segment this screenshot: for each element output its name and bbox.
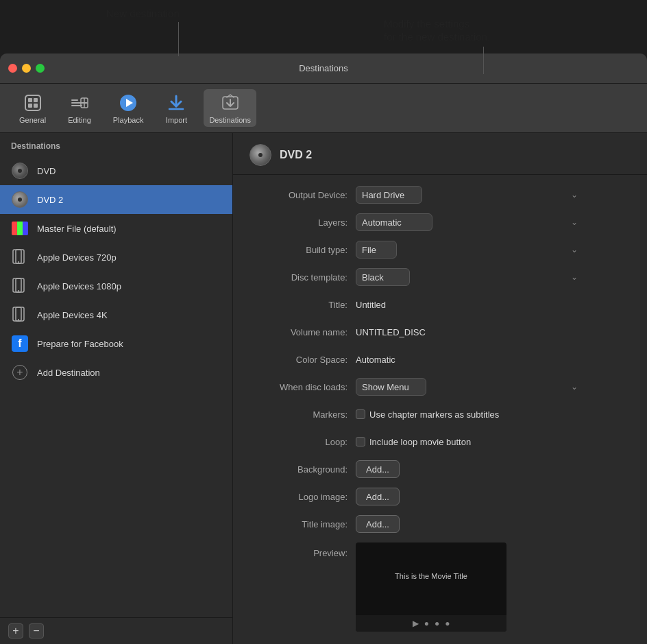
loop-checkbox[interactable] [356, 437, 365, 446]
import-label: Import [166, 116, 187, 124]
preview-content: This is the Movie Title [356, 542, 506, 615]
logo-image-label: Logo image: [249, 492, 356, 502]
sidebar-item-dvd2[interactable]: DVD 2 [0, 185, 232, 214]
toolbar-item-general[interactable]: General [14, 89, 51, 127]
output-device-wrapper: Hard Drive DVD Drive File [356, 186, 582, 204]
titlebar: Destinations [0, 53, 647, 84]
volume-name-row: Volume name: UNTITLED_DISC [249, 323, 631, 341]
output-device-label: Output Device: [249, 190, 356, 200]
device1080-icon [11, 277, 29, 295]
preview-dot1: ● [424, 619, 429, 628]
when-disc-loads-row: When disc loads: Show Menu Play Movie [249, 378, 631, 396]
title-image-label: Title image: [249, 519, 356, 529]
layers-label: Layers: [249, 217, 356, 228]
svg-rect-6 [71, 102, 88, 104]
general-icon [22, 92, 44, 114]
markers-checkbox[interactable] [356, 409, 365, 419]
form-area: Output Device: Hard Drive DVD Drive File… [233, 175, 647, 644]
annotation-line-new-dest [178, 22, 179, 56]
sidebar-header: Destinations [0, 133, 232, 156]
detail-header: DVD 2 [233, 133, 647, 175]
traffic-lights [8, 64, 45, 73]
layers-wrapper: Automatic Single Layer Double Layer [356, 213, 582, 231]
toolbar-item-editing[interactable]: Editing [62, 89, 97, 127]
sidebar-item-apple4k[interactable]: Apple Devices 4K [0, 300, 232, 329]
sidebar-item-apple720[interactable]: Apple Devices 720p [0, 243, 232, 272]
layers-row: Layers: Automatic Single Layer Double La… [249, 213, 631, 231]
svg-point-21 [18, 319, 19, 320]
preview-dot2: ● [435, 619, 439, 628]
editing-label: Editing [68, 116, 91, 124]
logo-image-add-button[interactable]: Add... [356, 488, 400, 505]
layers-select[interactable]: Automatic Single Layer Double Layer [356, 213, 432, 231]
markers-checkbox-row: Use chapter markers as subtitles [356, 409, 499, 420]
preview-label: Preview: [249, 542, 356, 558]
output-device-select[interactable]: Hard Drive DVD Drive File [356, 186, 422, 204]
sidebar-item-master-label: Master File (default) [37, 224, 117, 234]
output-device-row: Output Device: Hard Drive DVD Drive File [249, 186, 631, 204]
remove-destination-button[interactable]: − [29, 623, 44, 639]
build-type-wrapper: File Disc [356, 241, 582, 259]
volume-name-label: Volume name: [249, 327, 356, 337]
device720-icon [11, 248, 29, 266]
when-disc-loads-wrapper: Show Menu Play Movie [356, 378, 582, 396]
markers-checkbox-label: Use chapter markers as subtitles [369, 409, 499, 420]
svg-point-15 [18, 261, 19, 263]
build-type-select[interactable]: File Disc [356, 241, 397, 259]
main-window: Destinations General [0, 53, 647, 644]
dvd2-icon [11, 191, 29, 208]
preview-play-icon[interactable]: ▶ [413, 619, 419, 628]
destinations-label: Destinations [209, 116, 251, 124]
color-space-label: Color Space: [249, 355, 356, 365]
dvd-icon [11, 162, 29, 180]
import-icon [165, 92, 187, 114]
build-type-row: Build type: File Disc [249, 241, 631, 259]
svg-rect-4 [34, 104, 38, 108]
toolbar-item-import[interactable]: Import [160, 89, 193, 127]
detail-title: DVD 2 [280, 149, 312, 161]
title-value: Untitled [356, 300, 386, 310]
title-row: Title: Untitled [249, 296, 631, 313]
sidebar-item-apple1080-label: Apple Devices 1080p [37, 281, 121, 291]
svg-rect-5 [71, 99, 78, 101]
when-disc-loads-select[interactable]: Show Menu Play Movie [356, 378, 426, 396]
general-label: General [19, 116, 46, 124]
color-space-value: Automatic [356, 355, 395, 365]
sidebar-item-dvd-label: DVD [37, 166, 56, 176]
minimize-button[interactable] [22, 64, 31, 73]
sidebar-item-apple1080[interactable]: Apple Devices 1080p [0, 272, 232, 300]
preview-dot3: ● [445, 619, 450, 628]
sidebar-item-master[interactable]: Master File (default) [0, 214, 232, 243]
disc-template-row: Disc template: Black White Custom [249, 268, 631, 286]
annotation-modify-settings: Modify the settings for the new destinat… [384, 3, 490, 44]
sidebar-item-dvd[interactable]: DVD [0, 156, 232, 185]
toolbar: General Editing [0, 84, 647, 133]
title-image-add-button[interactable]: Add... [356, 515, 400, 533]
sidebar-item-facebook[interactable]: f Prepare for Facebook [0, 329, 232, 358]
sidebar-item-apple4k-label: Apple Devices 4K [37, 310, 108, 320]
annotation-line-modify [483, 47, 484, 74]
sidebar-item-apple720-label: Apple Devices 720p [37, 252, 117, 263]
preview-text: This is the Movie Title [395, 572, 467, 580]
sidebar-item-add-destination[interactable]: + Add Destination [0, 358, 232, 387]
sidebar-item-facebook-label: Prepare for Facebook [37, 339, 123, 349]
toolbar-item-playback[interactable]: Playback [108, 89, 149, 127]
sidebar-item-add-label: Add Destination [37, 368, 100, 378]
detail-panel: DVD 2 Output Device: Hard Drive DVD Driv… [233, 133, 647, 644]
disc-template-wrapper: Black White Custom [356, 268, 582, 286]
disc-template-select[interactable]: Black White Custom [356, 268, 410, 286]
master-icon [11, 219, 29, 237]
loop-checkbox-row: Include loop movie button [356, 437, 471, 447]
background-label: Background: [249, 464, 356, 475]
add-destination-button[interactable]: + [8, 623, 23, 639]
loop-row: Loop: Include loop movie button [249, 433, 631, 451]
svg-rect-3 [28, 104, 32, 108]
playback-icon [117, 92, 139, 114]
window-title: Destinations [299, 63, 348, 73]
close-button[interactable] [8, 64, 17, 73]
toolbar-item-destinations[interactable]: Destinations [204, 89, 256, 127]
maximize-button[interactable] [36, 64, 45, 73]
title-label: Title: [249, 300, 356, 310]
build-type-label: Build type: [249, 245, 356, 255]
background-add-button[interactable]: Add... [356, 460, 400, 478]
